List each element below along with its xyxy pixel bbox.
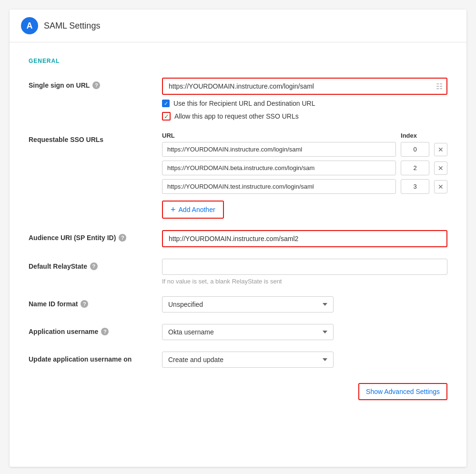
default-relay-label: Default RelayState ? — [29, 259, 162, 270]
update-app-username-label: Update application username on — [29, 352, 162, 363]
sso-entry-row: ✕ — [162, 179, 447, 194]
show-advanced-button[interactable]: Show Advanced Settings — [358, 383, 447, 400]
index-col-header: Index — [392, 132, 425, 139]
name-id-format-control: Unspecified EmailAddress X509SubjectName… — [162, 296, 334, 313]
sso-entry-index-input-2[interactable] — [401, 179, 429, 194]
requestable-sso-row: Requestable SSO URLs URL Index ✕ ✕ — [29, 132, 447, 219]
add-another-button[interactable]: + Add Another — [163, 202, 223, 218]
name-id-format-row: Name ID format ? Unspecified EmailAddres… — [29, 296, 447, 313]
default-relay-input[interactable] — [162, 259, 447, 275]
sso-entry-url-input-1[interactable] — [162, 161, 396, 175]
show-advanced-wrapper: Show Advanced Settings — [29, 383, 447, 400]
plus-icon: + — [171, 205, 176, 214]
sso-url-input[interactable] — [163, 79, 446, 94]
page-title: SAML Settings — [44, 21, 100, 31]
default-relay-row: Default RelayState ? If no value is set,… — [29, 259, 447, 285]
sso-remove-btn-1[interactable]: ✕ — [434, 161, 447, 175]
audience-uri-label: Audience URI (SP Entity ID) ? — [29, 230, 162, 242]
sso-entry-index-input-1[interactable] — [401, 161, 429, 175]
list-icon: ☷ — [436, 82, 443, 91]
sso-header: URL Index — [162, 132, 447, 139]
audience-uri-row: Audience URI (SP Entity ID) ? — [29, 230, 447, 247]
app-username-control: Okta username Email Custom — [162, 324, 334, 340]
sso-entry-url-input-0[interactable] — [162, 142, 396, 157]
update-app-username-select[interactable]: Create and update Create only — [162, 352, 334, 368]
requestable-sso-control: URL Index ✕ ✕ — [162, 132, 447, 219]
update-app-username-control: Create and update Create only — [162, 352, 334, 368]
requestable-sso-label: Requestable SSO URLs — [29, 132, 162, 143]
add-another-label: Add Another — [179, 206, 215, 213]
saml-settings-page: A SAML Settings GENERAL Single sign on U… — [10, 10, 466, 467]
allow-sso-checkbox-row: ✓ Allow this app to request other SSO UR… — [162, 112, 447, 121]
sso-url-label: Single sign on URL ? — [29, 78, 162, 89]
default-relay-help-icon[interactable]: ? — [90, 262, 98, 270]
audience-uri-control — [162, 230, 447, 247]
sso-remove-btn-0[interactable]: ✕ — [434, 143, 447, 156]
sso-url-row: Single sign on URL ? ☷ ✓ Use this for Re… — [29, 78, 447, 121]
name-id-format-help-icon[interactable]: ? — [81, 300, 88, 308]
sso-entry-row: ✕ — [162, 142, 447, 157]
app-username-help-icon[interactable]: ? — [101, 328, 109, 335]
app-username-select[interactable]: Okta username Email Custom — [162, 324, 334, 340]
name-id-format-label: Name ID format ? — [29, 296, 162, 308]
recipient-url-label: Use this for Recipient URL and Destinati… — [173, 100, 315, 107]
allow-sso-checkbox[interactable]: ✓ — [162, 112, 171, 121]
audience-uri-help-icon[interactable]: ? — [119, 234, 126, 242]
relay-hint: If no value is set, a blank RelayState i… — [162, 278, 447, 285]
allow-sso-label: Allow this app to request other SSO URLs — [174, 112, 299, 120]
sso-entry-index-input-0[interactable] — [401, 142, 429, 157]
page-header: A SAML Settings — [10, 10, 466, 42]
add-another-wrapper: + Add Another — [162, 201, 224, 219]
default-relay-control: If no value is set, a blank RelayState i… — [162, 259, 447, 285]
sso-url-control: ☷ ✓ Use this for Recipient URL and Desti… — [162, 78, 447, 121]
name-id-format-select[interactable]: Unspecified EmailAddress X509SubjectName… — [162, 296, 334, 313]
audience-input-wrapper — [162, 230, 447, 247]
recipient-url-checkbox-row: ✓ Use this for Recipient URL and Destina… — [162, 100, 447, 107]
form-content: GENERAL Single sign on URL ? ☷ ✓ Use thi… — [10, 42, 466, 415]
sso-url-help-icon[interactable]: ? — [92, 81, 100, 89]
sso-remove-btn-2[interactable]: ✕ — [434, 180, 447, 193]
sso-entry-url-input-2[interactable] — [162, 179, 396, 194]
update-app-username-row: Update application username on Create an… — [29, 352, 447, 368]
app-username-row: Application username ? Okta username Ema… — [29, 324, 447, 340]
app-username-label: Application username ? — [29, 324, 162, 335]
sso-url-input-wrapper: ☷ — [162, 78, 447, 95]
url-col-header: URL — [162, 132, 387, 139]
audience-uri-input[interactable] — [163, 231, 446, 246]
section-general-label: GENERAL — [29, 58, 447, 64]
avatar: A — [21, 17, 38, 34]
sso-entry-row: ✕ — [162, 161, 447, 175]
recipient-url-checkbox[interactable]: ✓ — [162, 100, 170, 107]
